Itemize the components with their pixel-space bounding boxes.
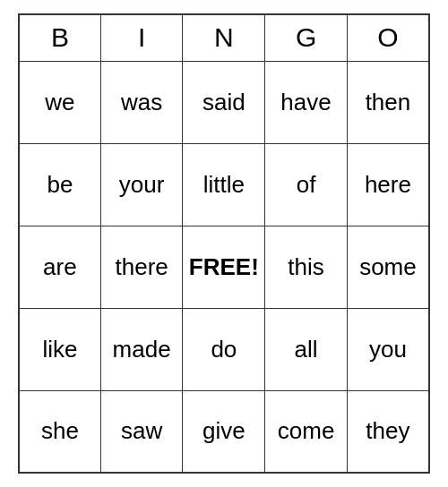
table-row: shesawgivecomethey bbox=[19, 390, 429, 473]
cell-2-3: this bbox=[265, 226, 348, 308]
cell-0-2: said bbox=[183, 61, 265, 143]
cell-0-1: was bbox=[100, 61, 183, 143]
cell-3-4: you bbox=[347, 308, 429, 390]
header-col-i: I bbox=[100, 14, 183, 61]
cell-2-0: are bbox=[19, 226, 100, 308]
header-row: BINGO bbox=[19, 14, 429, 61]
table-row: arethereFREE!thissome bbox=[19, 226, 429, 308]
cell-1-0: be bbox=[19, 143, 100, 226]
cell-1-4: here bbox=[347, 143, 429, 226]
header-col-o: O bbox=[347, 14, 429, 61]
bingo-card: BINGO wewassaidhavethenbeyourlittleofher… bbox=[18, 13, 430, 474]
cell-4-3: come bbox=[265, 390, 348, 473]
table-row: beyourlittleofhere bbox=[19, 143, 429, 226]
cell-0-3: have bbox=[265, 61, 348, 143]
cell-4-0: she bbox=[19, 390, 100, 473]
cell-4-1: saw bbox=[100, 390, 183, 473]
header-col-g: G bbox=[265, 14, 348, 61]
cell-3-3: all bbox=[265, 308, 348, 390]
header-col-n: N bbox=[183, 14, 265, 61]
cell-2-1: there bbox=[100, 226, 183, 308]
cell-1-2: little bbox=[183, 143, 265, 226]
cell-0-4: then bbox=[347, 61, 429, 143]
table-row: wewassaidhavethen bbox=[19, 61, 429, 143]
cell-4-4: they bbox=[347, 390, 429, 473]
cell-1-3: of bbox=[265, 143, 348, 226]
cell-2-2: FREE! bbox=[183, 226, 265, 308]
header-col-b: B bbox=[19, 14, 100, 61]
cell-4-2: give bbox=[183, 390, 265, 473]
cell-2-4: some bbox=[347, 226, 429, 308]
cell-1-1: your bbox=[100, 143, 183, 226]
cell-0-0: we bbox=[19, 61, 100, 143]
table-row: likemadedoallyou bbox=[19, 308, 429, 390]
cell-3-1: made bbox=[100, 308, 183, 390]
cell-3-2: do bbox=[183, 308, 265, 390]
cell-3-0: like bbox=[19, 308, 100, 390]
